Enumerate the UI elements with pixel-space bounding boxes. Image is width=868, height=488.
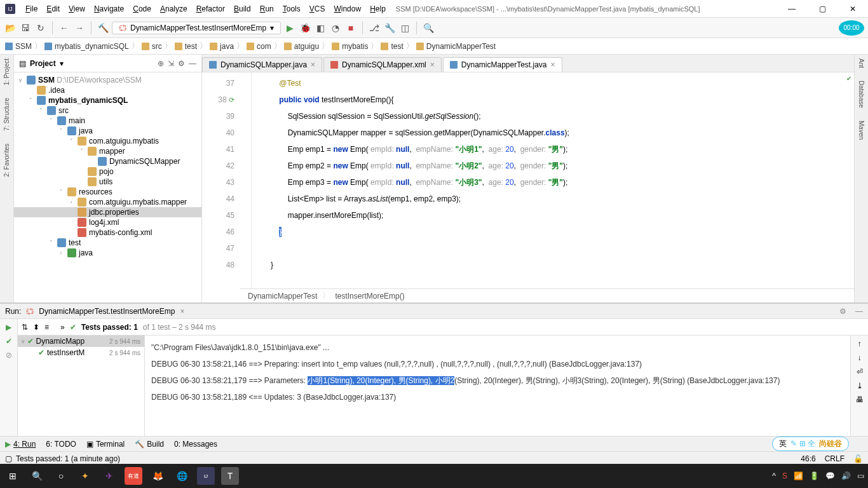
sort-icon[interactable]: ⇅: [22, 323, 28, 332]
menu-build[interactable]: Build: [230, 3, 255, 15]
chrome-icon[interactable]: 🌐: [173, 467, 191, 485]
tree-node[interactable]: ˅mapper: [14, 146, 201, 156]
breadcrumb-item[interactable]: SSM: [5, 42, 32, 51]
tool-tab[interactable]: 1: Project: [3, 58, 10, 85]
profile-icon[interactable]: ◔: [329, 22, 342, 34]
tree-node[interactable]: DynamicSQLMapper: [14, 156, 201, 166]
hide-icon[interactable]: —: [855, 307, 863, 316]
tree-node[interactable]: utils: [14, 177, 201, 187]
menu-help[interactable]: Help: [366, 3, 390, 15]
print-icon[interactable]: 🖶: [856, 395, 864, 404]
project-tree[interactable]: vSSM D:\IDEA\workspace\SSM.idea˅mybatis_…: [14, 72, 201, 302]
hide-icon[interactable]: —: [189, 59, 196, 68]
run-config-selector[interactable]: ⮔ DynamicMapperTest.testInsertMoreEmp ▾: [112, 22, 281, 34]
gear-icon[interactable]: ⚙: [178, 59, 185, 68]
tray-icon[interactable]: 🔋: [810, 471, 819, 480]
tree-node[interactable]: ˅test: [14, 238, 201, 248]
wrap-icon[interactable]: ⏎: [857, 367, 863, 376]
tray-icon[interactable]: S: [782, 471, 787, 480]
breadcrumb-item[interactable]: java: [210, 42, 234, 51]
breadcrumb-item[interactable]: DynamicMapperTest: [416, 42, 496, 51]
collapse-icon[interactable]: ≡: [44, 323, 49, 332]
tool-tab[interactable]: 7: Structure: [3, 98, 10, 131]
menu-run[interactable]: Run: [256, 3, 278, 15]
menu-window[interactable]: Window: [330, 3, 365, 15]
app-icon[interactable]: T: [221, 467, 239, 485]
menu-file[interactable]: File: [22, 3, 41, 15]
menu-tools[interactable]: Tools: [279, 3, 304, 15]
tree-node[interactable]: ›com.atguigu.mybatis.mapper: [14, 197, 201, 207]
chevron-down-icon[interactable]: ▾: [60, 59, 64, 68]
tree-node[interactable]: ˅com.atguigu.mybatis: [14, 136, 201, 146]
search-icon[interactable]: 🔍: [28, 467, 46, 485]
rerun-icon[interactable]: ▶: [6, 323, 11, 332]
tray-icon[interactable]: ^: [772, 471, 776, 480]
menu-vcs[interactable]: VCS: [306, 3, 329, 15]
close-tab-icon[interactable]: ×: [551, 60, 555, 69]
firefox-icon[interactable]: 🦊: [149, 467, 166, 485]
save-icon[interactable]: 🖫: [19, 22, 32, 34]
expand-icon[interactable]: ⬍: [33, 323, 39, 332]
intellij-icon[interactable]: IJ: [197, 467, 215, 485]
back-icon[interactable]: ←: [58, 22, 71, 34]
breadcrumb-item[interactable]: mybatis: [332, 42, 368, 51]
editor-tab[interactable]: DynamicSQLMapper.xml×: [323, 57, 442, 72]
test-node[interactable]: v✔DynamicMapp2 s 944 ms: [18, 336, 144, 347]
refresh-icon[interactable]: ↻: [34, 22, 47, 34]
maximize-button[interactable]: ▢: [812, 4, 832, 13]
tree-node[interactable]: log4j.xml: [14, 217, 201, 227]
tool-tab[interactable]: Database: [858, 81, 865, 108]
menu-edit[interactable]: Edit: [43, 3, 64, 15]
bottom-tab[interactable]: 0: Messages: [174, 440, 217, 449]
gear-icon[interactable]: ⚙: [839, 307, 846, 316]
tree-node[interactable]: jdbc.properties: [14, 207, 201, 217]
scroll-icon[interactable]: ⤓: [857, 381, 863, 390]
tree-node[interactable]: ˅main: [14, 116, 201, 126]
tree-node[interactable]: mybatis-config.xml: [14, 227, 201, 238]
up-icon[interactable]: ↑: [858, 339, 862, 348]
coverage-icon[interactable]: ◧: [314, 22, 327, 34]
tool-tab[interactable]: Ant: [858, 58, 865, 68]
breadcrumb-item[interactable]: src: [142, 42, 162, 51]
tree-node[interactable]: ˅mybatis_dynamicSQL: [14, 95, 201, 105]
tree-node[interactable]: ˅java: [14, 126, 201, 136]
tray-icon[interactable]: 🔊: [841, 471, 851, 480]
toggle-pass-icon[interactable]: ✔: [6, 337, 12, 346]
console-output[interactable]: "C:\Program Files\Java\jdk1.8.0_151\bin\…: [145, 336, 850, 436]
close-button[interactable]: ✕: [843, 4, 863, 13]
search-icon[interactable]: 🔍: [422, 22, 435, 34]
tree-root[interactable]: vSSM D:\IDEA\workspace\SSM: [14, 75, 201, 85]
breadcrumb-item[interactable]: com: [247, 42, 271, 51]
debug-icon[interactable]: 🐞: [299, 22, 311, 34]
app-icon[interactable]: 有道: [125, 467, 142, 485]
close-tab-icon[interactable]: ×: [311, 60, 315, 69]
close-tab-icon[interactable]: ×: [430, 60, 435, 69]
bottom-tab[interactable]: ▣ Terminal: [86, 440, 125, 449]
cortana-icon[interactable]: ○: [52, 467, 70, 485]
open-icon[interactable]: 📂: [4, 22, 17, 34]
breadcrumb-item[interactable]: mybatis_dynamicSQL: [44, 42, 129, 51]
code-editor[interactable]: 3738 ⟳39404142434445464748 @Test public …: [202, 72, 868, 288]
test-tree[interactable]: v✔DynamicMapp2 s 944 ms✔testInsertM2 s 9…: [18, 336, 145, 436]
close-tab-icon[interactable]: ×: [180, 307, 184, 316]
run-icon[interactable]: ▶: [283, 22, 296, 34]
vcs-icon[interactable]: ⎇: [368, 22, 381, 34]
tree-node[interactable]: ˅resources: [14, 187, 201, 197]
build-icon[interactable]: 🔨: [97, 22, 109, 34]
start-button[interactable]: ⊞: [4, 467, 22, 485]
minimize-button[interactable]: —: [782, 4, 802, 13]
tray-icon[interactable]: ▭: [857, 471, 864, 480]
tool-tab[interactable]: 2: Favorites: [3, 144, 10, 177]
editor-crumb[interactable]: DynamicMapperTest: [248, 292, 317, 301]
menu-refactor[interactable]: Refactor: [193, 3, 229, 15]
structure-icon[interactable]: ◫: [398, 22, 411, 34]
locate-icon[interactable]: ⊕: [158, 59, 164, 68]
bottom-tab[interactable]: 6: TODO: [46, 440, 76, 449]
forward-icon[interactable]: →: [73, 22, 86, 34]
breadcrumb-item[interactable]: test: [175, 42, 197, 51]
app-icon[interactable]: ✈: [100, 467, 118, 485]
breadcrumb-item[interactable]: test: [381, 42, 403, 51]
collapse-icon[interactable]: ⇲: [168, 59, 174, 68]
editor-tab[interactable]: DynamicSQLMapper.java×: [202, 57, 322, 72]
tool-tab[interactable]: Maven: [858, 121, 865, 140]
